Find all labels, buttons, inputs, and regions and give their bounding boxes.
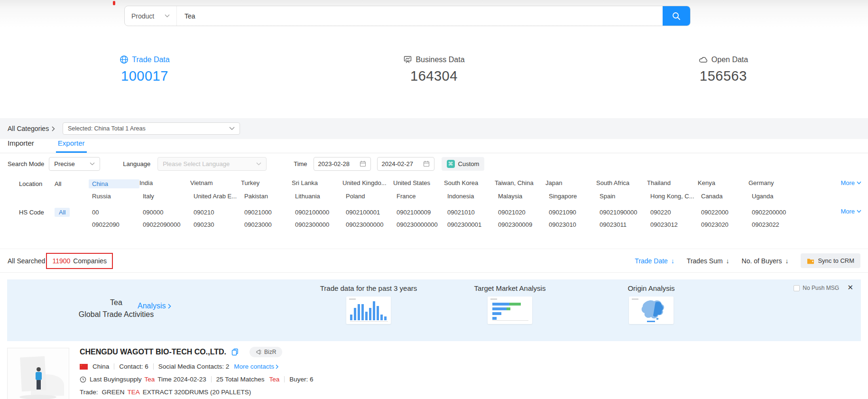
hs-code-option[interactable]: 09021010 [447, 209, 498, 216]
date-to-input[interactable]: 2024-02-27 [377, 157, 434, 171]
sync-to-crm-button[interactable]: Sync to CRM [801, 253, 860, 268]
hs-code-option[interactable]: 09023012 [650, 221, 701, 228]
analysis-banner: Tea Global Trade Activities Analysis Tra… [7, 279, 861, 341]
location-all-option[interactable]: All [55, 180, 61, 187]
language-select[interactable]: Please Select Language [157, 157, 267, 171]
location-option[interactable]: Spain [600, 193, 650, 200]
location-option[interactable]: United Kingdo... [342, 179, 393, 188]
hs-code-option[interactable]: 090000 [143, 209, 194, 216]
hs-code-option[interactable]: 09023020 [701, 221, 752, 228]
search-category-select[interactable]: Product [125, 6, 177, 26]
location-option[interactable]: Pakistan [244, 193, 295, 200]
location-option[interactable]: Singapore [549, 193, 600, 200]
location-option[interactable]: Japan [545, 179, 596, 188]
cloud-icon [699, 55, 708, 64]
copy-icon[interactable] [231, 348, 239, 356]
location-option[interactable]: Canada [701, 193, 752, 200]
hs-code-option[interactable]: 09021020 [498, 209, 549, 216]
hs-code-option[interactable]: 09021090000 [600, 209, 650, 216]
location-option[interactable]: France [397, 193, 447, 200]
hs-code-option[interactable]: 09023011 [600, 221, 650, 228]
bar-chart-thumbnail[interactable] [346, 297, 391, 324]
hs-code-option[interactable]: 0902300009 [498, 221, 549, 228]
sort-no-of-buyers[interactable]: No. of Buyers ↓ [742, 257, 789, 265]
stat-open-data[interactable]: Open Data 156563 [579, 47, 868, 93]
date-from-input[interactable]: 2023-02-28 [314, 157, 371, 171]
location-option[interactable]: South Korea [444, 179, 495, 188]
hs-code-option[interactable]: 0902300001 [447, 221, 498, 228]
hs-code-option[interactable]: 09022090000 [143, 221, 194, 228]
location-option[interactable]: Russia [92, 193, 143, 200]
search-mode-select[interactable]: Precise [49, 157, 100, 171]
no-push-label: No Push MSG [803, 285, 839, 291]
hs-code-option[interactable]: 00 [92, 209, 143, 216]
hs-code-option[interactable]: 09021090 [549, 209, 600, 216]
search-button[interactable] [663, 6, 690, 26]
horizontal-bar-chart-thumbnail[interactable] [488, 297, 532, 324]
search-category-value: Product [131, 12, 154, 20]
hs-code-option[interactable]: 0902100000 [295, 209, 346, 216]
location-option[interactable]: Indonesia [447, 193, 498, 200]
location-option[interactable]: Malaysia [498, 193, 549, 200]
location-option[interactable]: Vietnam [190, 179, 241, 188]
hs-code-option[interactable]: 090220 [650, 209, 701, 216]
category-band: All Categories Selected: China Total 1 A… [0, 118, 868, 139]
sort-trades-sum[interactable]: Trades Sum ↓ [687, 257, 729, 265]
analysis-link[interactable]: Analysis [138, 302, 171, 310]
bizr-badge[interactable]: BizR [249, 347, 282, 357]
location-option[interactable]: Taiwan, China [495, 179, 545, 188]
more-contacts-link[interactable]: More contacts [234, 363, 278, 370]
hs-code-option[interactable]: 090230 [194, 221, 244, 228]
location-option[interactable]: Lithuania [295, 193, 346, 200]
hs-code-more-button[interactable]: More [840, 208, 861, 215]
hs-code-option[interactable]: 0902200000 [752, 209, 803, 216]
location-option[interactable]: South Africa [596, 179, 647, 188]
location-option[interactable]: Kenya [698, 179, 748, 188]
location-option[interactable]: Poland [346, 193, 397, 200]
hs-code-all-option[interactable]: All [55, 208, 70, 217]
activity-time: Time 2024-02-23 [157, 376, 206, 383]
tab-importer[interactable]: Importer [8, 139, 34, 153]
sort-trade-date[interactable]: Trade Date ↓ [635, 257, 674, 265]
hs-code-option[interactable]: 0902100009 [397, 209, 447, 216]
location-option[interactable]: Germany [748, 179, 799, 188]
close-icon[interactable]: ✕ [847, 283, 853, 292]
hs-code-option[interactable]: 09023000 [244, 221, 295, 228]
hs-code-option[interactable]: 090210 [194, 209, 244, 216]
hs-code-option[interactable]: 09023000000 [346, 221, 397, 228]
company-name[interactable]: CHENGDU WAGOTT BIO-TECH CO.,LTD. [80, 348, 226, 356]
stat-business-data[interactable]: Business Data 164304 [289, 47, 579, 93]
hs-code-option[interactable]: 0902100001 [346, 209, 397, 216]
tab-exporter[interactable]: Exporter [58, 139, 85, 153]
location-option[interactable]: China [89, 179, 139, 188]
location-option[interactable]: Italy [143, 193, 194, 200]
location-option[interactable]: United Arab E... [194, 193, 244, 200]
location-option[interactable]: Uganda [752, 193, 803, 200]
hs-code-option[interactable]: 09022090 [92, 221, 143, 228]
hs-code-option[interactable]: 0902300000 [295, 221, 346, 228]
location-option[interactable]: Turkey [241, 179, 292, 188]
all-categories-button[interactable]: All Categories [8, 125, 55, 132]
location-option[interactable]: Hong Kong, C... [650, 193, 701, 200]
location-more-button[interactable]: More [840, 179, 861, 186]
no-push-checkbox[interactable] [794, 285, 800, 291]
stat-trade-data[interactable]: Trade Data 100017 [0, 47, 289, 93]
sort-label: No. of Buyers [742, 257, 782, 265]
companies-label: Companies [73, 257, 107, 265]
hs-code-option[interactable]: 09021000 [244, 209, 295, 216]
hs-code-option[interactable]: 09023010 [549, 221, 600, 228]
custom-time-button[interactable]: ⌘ Custom [442, 157, 485, 171]
company-thumbnail[interactable] [7, 348, 69, 399]
location-option[interactable]: India [139, 179, 190, 188]
selected-areas-dropdown[interactable]: Selected: China Total 1 Areas [63, 122, 240, 135]
location-option[interactable]: Sri Lanka [292, 179, 342, 188]
time-label: Time [294, 160, 307, 167]
china-map-thumbnail[interactable] [629, 297, 674, 324]
location-option[interactable]: United States [393, 179, 444, 188]
hs-code-option[interactable]: 090230000000 [397, 221, 447, 228]
hs-code-option[interactable]: 09022000 [701, 209, 752, 216]
stat-value: 100017 [121, 68, 168, 84]
search-input[interactable] [177, 6, 663, 26]
hs-code-option[interactable]: 09023022 [752, 221, 803, 228]
location-option[interactable]: Thailand [647, 179, 698, 188]
